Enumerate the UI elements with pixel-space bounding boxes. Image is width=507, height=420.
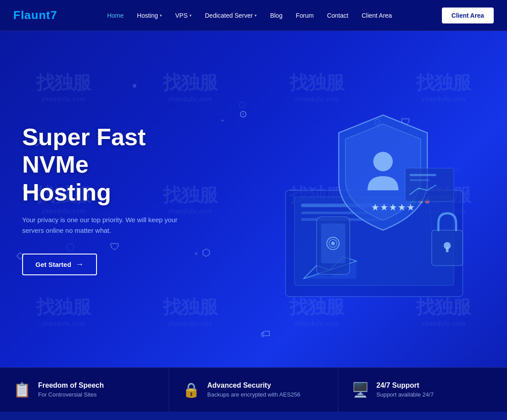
- svg-point-16: [331, 242, 335, 245]
- hero-illustration: ★★★★★: [259, 93, 489, 305]
- svg-text:★★★★★: ★★★★★: [372, 203, 416, 212]
- nav-link-dedicated[interactable]: Dedicated Server ▾: [200, 8, 262, 23]
- tag-float-icon: 🏷: [260, 328, 270, 340]
- nav-item-contact[interactable]: Contact: [321, 8, 353, 23]
- lock-float-icon: ⊙: [239, 108, 247, 120]
- chevron-down-icon: ▾: [190, 13, 192, 18]
- feature-desc: For Controversial Sites: [38, 391, 104, 398]
- feature-item-support: 🖥️ 24/7 Support Support available 24/7: [338, 368, 507, 412]
- nav-item-dedicated[interactable]: Dedicated Server ▾: [200, 8, 262, 23]
- nav-link-home[interactable]: Home: [102, 8, 129, 23]
- feature-desc: Support available 24/7: [376, 391, 433, 398]
- feature-text-support: 24/7 Support Support available 24/7: [376, 381, 433, 398]
- feature-text-freedom: Freedom of Speech For Controversial Site…: [38, 381, 104, 398]
- nav-item-blog[interactable]: Blog: [265, 8, 288, 23]
- nav-item-client-area[interactable]: Client Area: [356, 8, 397, 23]
- nav-link-client-area[interactable]: Client Area: [356, 8, 397, 23]
- svg-rect-19: [446, 247, 449, 252]
- chevron-down-icon: ▾: [160, 13, 162, 18]
- arrow-icon: →: [76, 260, 84, 269]
- nav-link-blog[interactable]: Blog: [265, 8, 288, 23]
- nav-link-forum[interactable]: Forum: [290, 8, 319, 23]
- client-area-button[interactable]: Client Area: [442, 8, 494, 23]
- svg-rect-22: [410, 179, 430, 181]
- feature-text-security: Advanced Security Backups are encrypted …: [207, 381, 300, 398]
- nav-link-vps[interactable]: VPS ▾: [170, 8, 197, 23]
- nav-item-hosting[interactable]: Hosting ▾: [132, 8, 167, 23]
- decorative-ring: [239, 102, 245, 108]
- navbar: Flaunt7 Home Hosting ▾ VPS ▾ Dedicated S…: [0, 0, 507, 31]
- nav-item-home[interactable]: Home: [102, 8, 129, 23]
- security-icon: 🔒: [182, 381, 200, 398]
- feature-item-security: 🔒 Advanced Security Backups are encrypte…: [169, 368, 338, 412]
- hero-subtitle: Your privacy is one our top priority. We…: [22, 215, 199, 236]
- chevron-down-icon: ▾: [255, 13, 257, 18]
- svg-line-25: [454, 168, 463, 173]
- nav-item-vps[interactable]: VPS ▾: [170, 8, 197, 23]
- hero-content: Super Fast NVMe Hosting Your privacy is …: [0, 123, 221, 275]
- nav-link-contact[interactable]: Contact: [321, 8, 353, 23]
- nav-link-hosting[interactable]: Hosting ▾: [132, 8, 167, 23]
- feature-desc: Backups are encrypted with AES256: [207, 391, 300, 398]
- svg-rect-21: [410, 174, 436, 176]
- feature-title: Freedom of Speech: [38, 381, 104, 389]
- support-icon: 🖥️: [352, 381, 369, 398]
- nav-item-forum[interactable]: Forum: [290, 8, 319, 23]
- feature-title: 24/7 Support: [376, 381, 433, 389]
- freedom-icon: 📋: [13, 381, 31, 398]
- feature-title: Advanced Security: [207, 381, 300, 389]
- illustration-svg: ★★★★★: [259, 93, 489, 305]
- feature-item-freedom: 📋 Freedom of Speech For Controversial Si…: [0, 368, 169, 412]
- nav-links: Home Hosting ▾ VPS ▾ Dedicated Server ▾ …: [102, 8, 397, 23]
- logo-text: Flaunt7: [13, 8, 57, 22]
- hero-title: Super Fast NVMe Hosting: [22, 123, 199, 205]
- logo[interactable]: Flaunt7: [13, 8, 57, 22]
- svg-rect-20: [405, 168, 454, 201]
- features-bar: 📋 Freedom of Speech For Controversial Si…: [0, 367, 507, 412]
- hero-section: 找独服 zhaodufu.com 找独服 zhaodufu.com 找独服 zh…: [0, 31, 507, 367]
- decorative-dot: [221, 119, 224, 122]
- decorative-dot: [133, 84, 136, 88]
- svg-point-10: [373, 152, 393, 171]
- get-started-button[interactable]: Get Started →: [22, 254, 97, 275]
